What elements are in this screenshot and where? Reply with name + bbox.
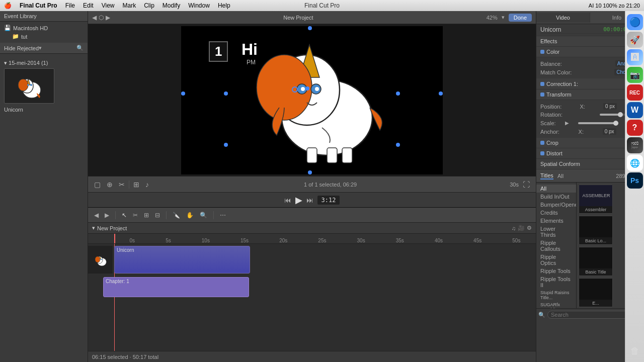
dock-facetime[interactable]: 📷 xyxy=(627,67,643,83)
selection-center-dot[interactable] xyxy=(305,86,309,90)
cat-buildinout[interactable]: Build In/Out xyxy=(536,193,576,201)
toolbar-fullscreen-btn[interactable]: ⛶ xyxy=(521,179,532,190)
dock-rec[interactable]: REC xyxy=(627,84,643,101)
scale-arrow[interactable]: ▶ xyxy=(565,120,569,126)
selection-handle-br[interactable] xyxy=(396,143,400,147)
titles-tab[interactable]: Titles xyxy=(540,172,553,179)
dock-chrome[interactable]: 🌐 xyxy=(627,155,643,171)
skip-forward-btn[interactable]: ⏭ xyxy=(306,196,313,204)
title-item-basic-title[interactable]: Basic Title xyxy=(579,247,613,276)
cat-lower-thirds[interactable]: Lower Thirds xyxy=(536,225,576,239)
selection-top-center[interactable] xyxy=(308,26,312,30)
view-menu[interactable]: View xyxy=(102,2,115,9)
tl-back-btn[interactable]: ◀ xyxy=(92,211,101,220)
dock-trash[interactable]: 🗑 xyxy=(627,343,643,359)
title-item-basic-lo[interactable]: Basic Lo... xyxy=(579,216,613,245)
selection-handle-tr[interactable] xyxy=(396,92,400,96)
toolbar-zoom-btn[interactable]: ⊕ xyxy=(105,179,115,190)
dock-question[interactable]: ? xyxy=(627,120,643,136)
tl-forward-btn[interactable]: ▶ xyxy=(103,211,111,220)
help-menu[interactable]: Help xyxy=(218,2,230,9)
scale-slider[interactable] xyxy=(578,122,618,124)
clip-thumbnail[interactable] xyxy=(4,68,54,104)
tl-range-btn[interactable]: ⊟ xyxy=(153,211,162,220)
all-tab[interactable]: All xyxy=(557,173,564,179)
tl-pos-btn[interactable]: ⊞ xyxy=(142,211,151,220)
edit-menu[interactable]: Edit xyxy=(83,2,94,9)
tl-hand-btn[interactable]: ✋ xyxy=(184,211,196,220)
skip-back-btn[interactable]: ⏮ xyxy=(284,196,291,204)
position-x-value[interactable]: 0 px xyxy=(603,103,617,110)
selection-handle-bl[interactable] xyxy=(224,143,228,147)
toolbar-audio-btn[interactable]: ♪ xyxy=(143,179,151,190)
correction-dot xyxy=(540,82,544,86)
dock-photoshop[interactable]: Ps xyxy=(627,172,643,189)
tl-more-btn[interactable]: ⋯ xyxy=(218,211,228,220)
unicorn-svg xyxy=(201,30,423,170)
window-menu[interactable]: Window xyxy=(188,2,210,9)
nav-left-btn[interactable]: ◀ xyxy=(92,14,97,21)
chapter-clip-block[interactable]: Chapter: 1 xyxy=(103,277,249,297)
dock-fcpx[interactable]: 🎬 xyxy=(627,137,643,153)
toolbar-snap-btn[interactable]: ⊞ xyxy=(131,179,141,190)
title-item-e[interactable]: E... xyxy=(579,278,613,307)
search-icon[interactable]: 🔍 xyxy=(76,45,84,51)
zoom-arrow[interactable]: ▾ xyxy=(502,14,505,21)
svg-rect-14 xyxy=(307,148,317,163)
done-button[interactable]: Done xyxy=(509,14,532,22)
titles-search-icon[interactable]: 🔍 xyxy=(538,312,545,318)
selection-right-center[interactable] xyxy=(439,92,443,96)
tl-zoom-btn[interactable]: 🔍 xyxy=(198,211,209,220)
unicorn-clip-block[interactable]: Unicorn xyxy=(114,246,250,274)
hide-rejected-label[interactable]: Hide Rejected xyxy=(4,45,39,51)
nav-right-btn[interactable]: ▶ xyxy=(106,14,110,21)
svg-point-5 xyxy=(30,84,32,86)
tl-arrow-btn[interactable]: ↖ xyxy=(120,211,129,220)
dock-launchpad[interactable]: 🚀 xyxy=(627,32,643,48)
pm-text: PM xyxy=(247,59,256,66)
viewer-canvas: 1 Hi PM xyxy=(88,24,536,176)
cat-bumper[interactable]: Bumper/Opener xyxy=(536,201,576,209)
dock-appstore[interactable]: 🅰 xyxy=(627,49,643,65)
cat-ripple-tools-ii[interactable]: Ripple Tools II xyxy=(536,275,576,289)
tl-sep1 xyxy=(115,211,116,219)
title-item-assembler[interactable]: ASSEMBLER Assembler xyxy=(579,185,613,214)
cat-elements[interactable]: Elements xyxy=(536,217,576,225)
nav-middle-btn[interactable]: ⬡ xyxy=(99,14,104,21)
menubar: 🍎 Final Cut Pro File Edit View Mark Clip… xyxy=(0,0,644,11)
viewer-bottom-toolbar: ▢ ⊕ ✂ ⊞ ♪ 1 of 1 selected, 06:29 30s ⛶ xyxy=(88,176,536,192)
cat-credits[interactable]: Credits xyxy=(536,209,576,217)
cat-sugarfx[interactable]: SUGARfx Punchline xyxy=(536,301,576,308)
dock-word[interactable]: W xyxy=(627,102,643,118)
modify-menu[interactable]: Modify xyxy=(163,2,180,9)
cat-ripple-tools[interactable]: Ripple Tools xyxy=(536,267,576,275)
cat-all[interactable]: All xyxy=(536,185,576,193)
timeline-content: Unicorn Chapter: 1 xyxy=(88,244,536,351)
folder-item[interactable]: 📁 tut xyxy=(10,32,86,41)
tl-trim-btn[interactable]: ✂ xyxy=(131,211,140,220)
anchor-x-value[interactable]: 0 px xyxy=(603,128,616,135)
disk-item[interactable]: 💾 Macintosh HD xyxy=(2,24,86,32)
cat-stupid-raisins[interactable]: Stupid Raisins Title... xyxy=(536,289,576,301)
selection-center-ring[interactable] xyxy=(292,86,298,93)
cat-ripple-callouts[interactable]: Ripple Callouts xyxy=(536,239,576,253)
selection-handle-tl[interactable] xyxy=(224,92,228,96)
app-menu[interactable]: Final Cut Pro xyxy=(20,2,57,9)
tl-audio-btn[interactable]: ♫ xyxy=(512,225,516,231)
tl-video-btn[interactable]: 🎥 xyxy=(518,225,525,231)
tl-settings-btn[interactable]: ⚙ xyxy=(527,225,532,231)
play-btn[interactable]: ▶ xyxy=(295,195,302,206)
file-menu[interactable]: File xyxy=(65,2,75,9)
tl-blade-btn[interactable]: 🔪 xyxy=(171,211,182,220)
clip-menu[interactable]: Clip xyxy=(144,2,154,9)
apple-menu[interactable]: 🍎 xyxy=(4,2,12,9)
mark-menu[interactable]: Mark xyxy=(123,2,136,9)
tab-video[interactable]: Video xyxy=(536,13,590,23)
dock-finder[interactable]: 🔵 xyxy=(627,14,643,30)
selection-bottom-center[interactable] xyxy=(308,170,312,174)
toolbar-select-btn[interactable]: ▢ xyxy=(92,179,103,190)
toolbar-blade-btn[interactable]: ✂ xyxy=(117,179,127,190)
position-label: Position: xyxy=(540,104,561,110)
cat-ripple-optics[interactable]: Ripple Optics xyxy=(536,253,576,267)
selection-left-center[interactable] xyxy=(181,92,185,96)
